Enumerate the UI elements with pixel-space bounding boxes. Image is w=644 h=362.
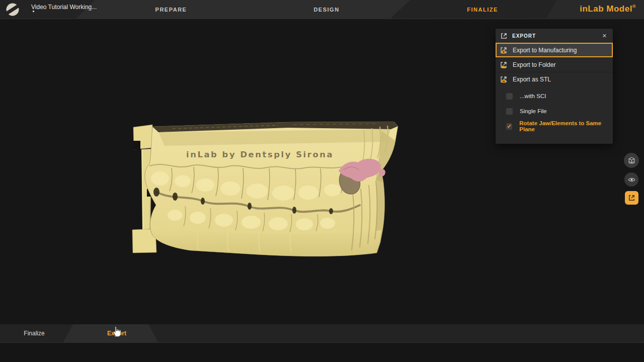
export-to-folder-icon: [500, 61, 509, 69]
app-window: Video Tutorial Working... PREPARE DESIGN…: [0, 0, 644, 362]
phase-tab-prepare[interactable]: PREPARE: [141, 7, 201, 13]
step-tab-export[interactable]: Export: [55, 324, 161, 343]
export-options: ...with SCI Single File ✓ Rotate Jaw/Ele…: [496, 86, 613, 144]
export-panel-title: EXPORT: [512, 33, 601, 39]
visibility-button[interactable]: [624, 172, 638, 187]
step-tab-bar: Finalize Export: [0, 324, 644, 343]
project-name[interactable]: Video Tutorial Working...: [31, 4, 97, 11]
phase-tab-finalize[interactable]: FINALIZE: [452, 7, 513, 13]
export-as-stl-icon: [500, 75, 509, 83]
cube-icon: [627, 156, 636, 165]
export-panel-header: EXPORT ✕: [496, 29, 613, 43]
bottom-strip: [0, 343, 644, 362]
export-icon: [628, 194, 635, 202]
export-panel: EXPORT ✕ Export to Manufacturing Export …: [496, 29, 613, 144]
export-as-stl-button[interactable]: Export as STL: [496, 72, 613, 86]
export-to-folder-button[interactable]: Export to Folder: [496, 57, 613, 72]
export-to-manufacturing-button[interactable]: Export to Manufacturing: [496, 43, 613, 57]
model-view-button[interactable]: [624, 153, 639, 168]
dental-model-3d[interactable]: inLab by Dentsply Sirona inLab by Dentsp…: [127, 116, 404, 261]
top-bar-mid-section: [75, 0, 410, 19]
dentsply-sirona-logo-icon[interactable]: [6, 3, 19, 16]
export-action-button[interactable]: [625, 191, 638, 205]
mouse-cursor-pointer: [112, 326, 123, 338]
option-rotate-jaw: ✓ Rotate Jaw/Elements to Same Plane: [496, 119, 613, 134]
export-item-label: Export to Folder: [513, 61, 555, 68]
phase-tab-design[interactable]: DESIGN: [296, 7, 357, 13]
top-bar: Video Tutorial Working... PREPARE DESIGN…: [0, 0, 644, 19]
export-item-label: Export as STL: [513, 76, 551, 83]
single-file-checkbox[interactable]: [506, 108, 513, 115]
step-tab-finalize[interactable]: Finalize: [19, 324, 49, 343]
export-to-manufacturing-icon: [500, 46, 509, 54]
eye-icon: [627, 175, 636, 184]
registered-mark: ®: [632, 4, 636, 9]
option-label: ...with SCI: [520, 93, 546, 99]
option-label: Rotate Jaw/Elements to Same Plane: [519, 120, 613, 132]
option-label: Single File: [520, 108, 547, 114]
app-title-text: inLab Model: [580, 4, 632, 14]
export-item-label: Export to Manufacturing: [513, 47, 577, 54]
project-status-dot: [33, 11, 34, 12]
option-single-file: Single File: [496, 104, 613, 119]
export-icon: [500, 32, 508, 40]
with-sci-checkbox[interactable]: [506, 93, 513, 100]
close-icon[interactable]: ✕: [601, 32, 608, 40]
option-with-sci: ...with SCI: [496, 88, 613, 104]
app-title: inLab Model®: [580, 4, 636, 14]
model-engraving: inLab by Dentsply Sirona: [186, 150, 334, 159]
rotate-jaw-checkbox[interactable]: ✓: [506, 123, 512, 130]
